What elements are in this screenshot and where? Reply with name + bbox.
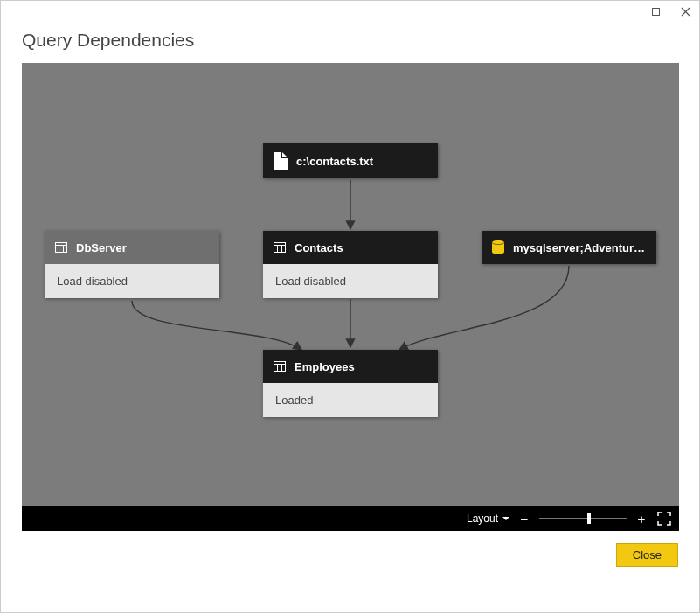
dependency-canvas[interactable]: c:\contacts.txt DbServer Load disabled C… <box>22 63 679 531</box>
node-label: mysqlserver;AdventureWor... <box>513 241 646 254</box>
table-icon <box>274 361 286 372</box>
close-button[interactable]: Close <box>616 543 678 567</box>
node-contacts[interactable]: Contacts Load disabled <box>263 231 438 298</box>
canvas-wrapper: c:\contacts.txt DbServer Load disabled C… <box>22 63 678 531</box>
database-icon <box>492 240 504 254</box>
node-label: c:\contacts.txt <box>296 155 373 168</box>
node-label: Employees <box>295 360 355 373</box>
node-file-source[interactable]: c:\contacts.txt <box>263 143 438 178</box>
dialog-window: Query Dependencies <box>0 0 700 613</box>
canvas-bottom-bar: Layout − + <box>22 506 679 531</box>
close-icon <box>681 7 690 17</box>
node-header: Employees <box>263 350 438 383</box>
window-close-button[interactable] <box>678 5 692 19</box>
node-header: Contacts <box>263 231 438 264</box>
node-employees[interactable]: Employees Loaded <box>263 350 438 417</box>
table-icon <box>274 242 286 253</box>
node-status: Load disabled <box>263 264 438 298</box>
fit-icon <box>657 512 671 526</box>
file-icon <box>274 152 288 170</box>
node-sql-source[interactable]: mysqlserver;AdventureWor... <box>482 231 656 264</box>
node-status: Loaded <box>263 383 438 417</box>
fit-to-screen-button[interactable] <box>656 511 672 526</box>
chevron-down-icon <box>502 517 509 520</box>
dialog-title: Query Dependencies <box>1 23 699 63</box>
node-header: c:\contacts.txt <box>263 143 438 178</box>
dialog-footer: Close <box>1 531 699 567</box>
edge-dbserver-to-employees <box>132 301 301 350</box>
node-status: Load disabled <box>45 264 219 298</box>
node-dbserver[interactable]: DbServer Load disabled <box>45 231 219 298</box>
zoom-in-button[interactable]: + <box>635 512 648 526</box>
node-label: DbServer <box>76 241 127 254</box>
layout-dropdown[interactable]: Layout <box>467 512 509 525</box>
zoom-thumb[interactable] <box>587 513 591 524</box>
maximize-icon <box>652 8 660 16</box>
layout-label: Layout <box>467 512 498 525</box>
zoom-out-button[interactable]: − <box>518 512 530 526</box>
maximize-button[interactable] <box>648 5 662 19</box>
titlebar <box>1 1 699 23</box>
node-header: mysqlserver;AdventureWor... <box>482 231 656 264</box>
table-icon <box>55 242 67 253</box>
node-header: DbServer <box>45 231 219 264</box>
zoom-slider[interactable] <box>539 512 627 525</box>
node-label: Contacts <box>295 241 343 254</box>
zoom-track <box>539 518 627 519</box>
